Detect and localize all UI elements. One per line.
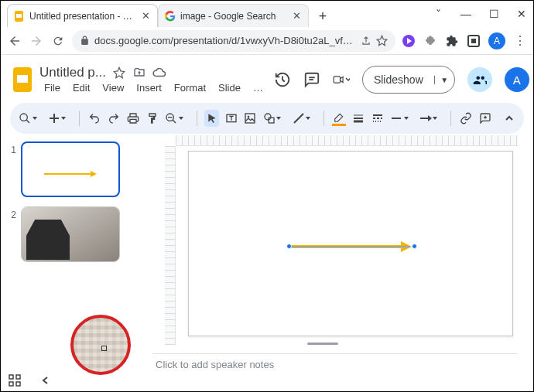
select-tool-icon[interactable] (204, 110, 219, 127)
reload-icon[interactable] (50, 33, 66, 49)
menu-edit[interactable]: Edit (68, 80, 94, 95)
google-favicon (165, 11, 176, 22)
shape-icon[interactable] (262, 110, 277, 127)
close-window-icon[interactable]: ✕ (515, 8, 529, 20)
svg-point-22 (265, 114, 271, 120)
svg-line-16 (173, 120, 176, 123)
share-url-icon[interactable] (361, 36, 371, 46)
share-button[interactable] (467, 67, 492, 92)
svg-rect-38 (9, 375, 13, 379)
selection-handle[interactable] (412, 244, 417, 249)
extension-icon[interactable] (423, 34, 437, 48)
image-icon[interactable] (243, 110, 258, 127)
selection-handle[interactable] (286, 244, 292, 249)
grid-view-icon[interactable] (9, 374, 21, 387)
browser-tab-active[interactable]: Untitled presentation - Google S ✕ (7, 4, 158, 27)
back-icon[interactable] (7, 33, 22, 49)
speaker-notes[interactable]: Click to add speaker notes (152, 353, 518, 380)
account-avatar[interactable]: A (505, 67, 529, 92)
svg-rect-23 (269, 118, 274, 123)
svg-line-24 (294, 114, 303, 123)
line-end-icon[interactable] (418, 110, 433, 127)
svg-rect-4 (471, 39, 476, 43)
svg-point-10 (20, 114, 27, 121)
print-icon[interactable] (125, 110, 140, 127)
svg-point-21 (248, 116, 250, 118)
svg-rect-39 (16, 375, 20, 379)
close-icon[interactable]: ✕ (140, 11, 151, 22)
extension-square-icon[interactable] (467, 34, 481, 48)
slide-canvas[interactable] (188, 151, 513, 336)
menu-more[interactable]: … (248, 80, 268, 95)
menu-slide[interactable]: Slide (214, 80, 245, 95)
slide-thumbnail-1[interactable]: 1 (9, 141, 137, 197)
undo-icon[interactable] (87, 110, 102, 127)
extensions-puzzle-icon[interactable] (445, 34, 459, 48)
collapse-toolbar-icon[interactable] (501, 110, 516, 127)
svg-rect-6 (17, 75, 28, 83)
zoom-icon[interactable] (164, 110, 179, 127)
slide-number: 2 (9, 206, 16, 220)
browser-tab[interactable]: image - Google Search ✕ (158, 4, 309, 27)
minimize-icon[interactable]: — (459, 8, 473, 20)
ruler-horizontal[interactable] (176, 135, 518, 146)
move-doc-icon[interactable] (132, 66, 146, 80)
cloud-status-icon[interactable] (152, 66, 166, 80)
chrome-menu-icon[interactable]: ⋮ (513, 34, 527, 48)
search-menus-icon[interactable] (18, 110, 33, 127)
forward-icon[interactable] (29, 33, 44, 49)
line-tool-icon[interactable] (291, 110, 306, 127)
svg-rect-20 (245, 114, 255, 123)
svg-rect-1 (16, 14, 22, 18)
link-icon[interactable] (459, 110, 474, 127)
line-start-icon[interactable] (389, 110, 404, 127)
close-icon[interactable]: ✕ (291, 11, 302, 22)
slide-number: 1 (9, 141, 16, 155)
filmstrip: 1 2 (1, 135, 145, 391)
line-color-icon[interactable] (332, 111, 347, 126)
maximize-icon[interactable]: ☐ (487, 8, 501, 20)
line-dash-icon[interactable] (370, 110, 385, 127)
arrow-shape[interactable] (286, 240, 416, 254)
slideshow-button[interactable]: Slideshow ▼ (362, 66, 455, 94)
svg-rect-9 (334, 77, 340, 83)
slides-favicon (14, 11, 25, 22)
svg-rect-41 (16, 382, 20, 386)
new-slide-icon[interactable] (47, 110, 62, 127)
add-comment-icon[interactable] (478, 110, 493, 127)
redo-icon[interactable] (107, 110, 122, 127)
history-icon[interactable] (274, 71, 291, 88)
magnifier-overlay (70, 315, 131, 375)
notes-placeholder: Click to add speaker notes (156, 359, 274, 370)
star-doc-icon[interactable] (112, 66, 126, 80)
collapse-filmstrip-icon[interactable] (41, 376, 50, 385)
comment-icon[interactable] (303, 71, 320, 88)
textbox-icon[interactable] (224, 110, 238, 127)
menu-insert[interactable]: Insert (132, 80, 166, 95)
ruler-vertical[interactable] (165, 146, 176, 345)
slides-logo[interactable] (12, 66, 33, 94)
address-bar[interactable]: docs.google.com/presentation/d/1vwxyVh-D… (72, 30, 395, 52)
doc-title[interactable]: Untitled p... (39, 65, 106, 80)
toolbar (10, 103, 524, 134)
svg-rect-40 (9, 382, 13, 386)
slideshow-label: Slideshow (363, 73, 434, 86)
menu-view[interactable]: View (98, 80, 128, 95)
url-text: docs.google.com/presentation/d/1vwxyVh-D… (94, 35, 356, 46)
paint-format-icon[interactable] (145, 110, 159, 127)
menu-file[interactable]: File (39, 80, 65, 95)
extension-play-icon[interactable] (402, 34, 416, 48)
slide-thumbnail-2[interactable]: 2 (9, 206, 137, 262)
chevron-down-icon[interactable]: ˅ (431, 8, 445, 20)
svg-line-11 (26, 120, 29, 123)
meet-icon[interactable] (333, 71, 350, 88)
menu-bar: File Edit View Insert Format Slide … (39, 80, 268, 95)
slideshow-dropdown[interactable]: ▼ (434, 76, 454, 84)
chrome-avatar[interactable]: A (488, 32, 505, 49)
new-tab-button[interactable]: + (312, 5, 334, 27)
menu-format[interactable]: Format (169, 80, 211, 95)
notes-drag-handle[interactable] (307, 343, 338, 345)
line-weight-icon[interactable] (351, 110, 365, 127)
tab-title: image - Google Search (180, 11, 286, 22)
star-icon[interactable] (376, 35, 388, 46)
